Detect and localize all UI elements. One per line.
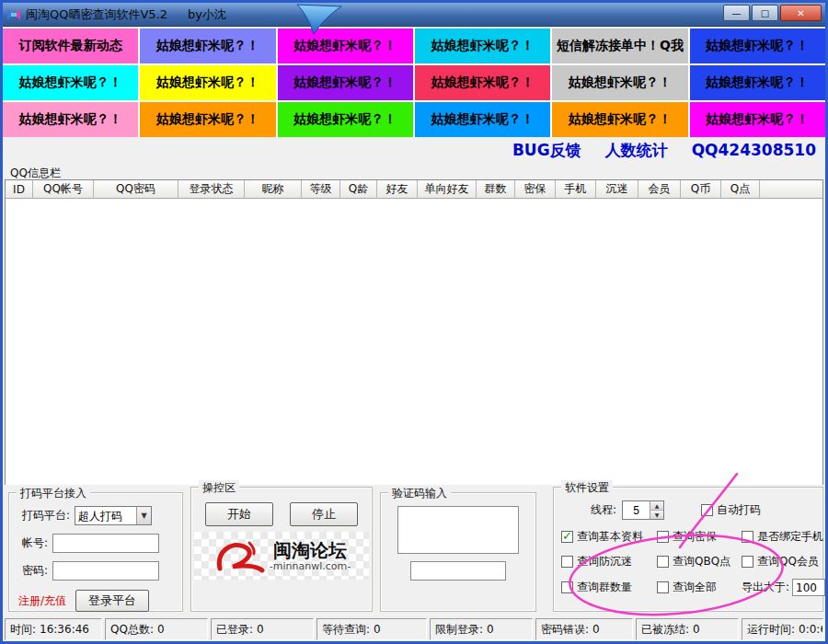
col-q-age[interactable]: Q龄	[340, 180, 377, 199]
checkbox-box[interactable]	[561, 581, 573, 593]
checkbox-box[interactable]	[657, 581, 669, 593]
ad-banner[interactable]: 姑娘想虾米呢？！	[552, 65, 687, 100]
password-input[interactable]	[52, 561, 159, 581]
auto-code-checkbox[interactable]: 自动打码	[701, 502, 761, 518]
start-button[interactable]: 开始	[205, 502, 273, 526]
col-id[interactable]: ID	[6, 180, 33, 199]
coder-platform-value: 超人打码	[75, 507, 136, 524]
ad-banner[interactable]: 姑娘想虾米呢？！	[140, 29, 275, 63]
close-button[interactable]: ✕	[780, 5, 822, 21]
thread-label: 线程:	[591, 502, 616, 518]
ad-banner[interactable]: 姑娘想虾米呢？！	[278, 65, 413, 100]
forum-watermark: 闽淘论坛 -minnanwl.com-	[194, 532, 369, 580]
spin-down-icon[interactable]: ▼	[650, 511, 663, 519]
ad-banner[interactable]: 姑娘想虾米呢？！	[278, 29, 413, 63]
table-body-empty[interactable]	[6, 199, 822, 485]
spinner-arrows: ▲ ▼	[650, 501, 663, 519]
coder-platform-title: 打码平台接入	[17, 486, 90, 501]
qq-contact-link[interactable]: QQ424308510	[692, 141, 816, 159]
ad-banner[interactable]: 姑娘想虾米呢？！	[690, 102, 825, 137]
checkbox-label: 查询全部	[673, 580, 717, 595]
ad-banner[interactable]: 姑娘想虾米呢？！	[140, 102, 275, 137]
col-groups[interactable]: 群数	[477, 180, 515, 199]
spin-up-icon[interactable]: ▲	[650, 501, 663, 511]
captcha-input[interactable]	[410, 561, 506, 581]
table-header-row: ID QQ帐号 QQ密码 登录状态 昵称 等级 Q龄 好友 单向好友 群数 密保…	[6, 180, 822, 199]
status-qq-total: QQ总数:0	[105, 618, 208, 640]
ad-banner[interactable]: 姑娘想虾米呢？！	[3, 65, 138, 100]
ad-banner[interactable]: 姑娘想虾米呢？！	[415, 102, 550, 137]
title-bar[interactable]: 闽淘QQ晒密查询软件V5.2 by小沈 — □ ✕	[3, 3, 825, 27]
checkbox-group-count[interactable]: 查询群数量	[561, 579, 657, 596]
account-input[interactable]	[52, 534, 159, 553]
checkbox-query-security[interactable]: 查询密保	[657, 529, 742, 545]
status-frozen: 已被冻结:0	[636, 618, 739, 640]
col-qq-password[interactable]: QQ密码	[94, 180, 178, 199]
col-level[interactable]: 等级	[302, 180, 340, 199]
maximize-button[interactable]: □	[752, 5, 778, 21]
col-addiction[interactable]: 沉迷	[596, 180, 638, 199]
col-nickname[interactable]: 昵称	[245, 180, 302, 199]
checkbox-box[interactable]	[742, 556, 753, 568]
col-friends[interactable]: 好友	[377, 180, 418, 199]
ad-banner[interactable]: 姑娘想虾米呢？！	[415, 65, 550, 100]
minimize-button[interactable]: —	[723, 5, 750, 21]
ad-banner[interactable]: 姑娘想虾米呢？！	[415, 29, 550, 63]
checkbox-box[interactable]	[657, 531, 669, 543]
checkbox-label: 查询QBQ点	[673, 554, 730, 569]
thread-value-input[interactable]	[623, 501, 650, 519]
ad-banner[interactable]: 姑娘想虾米呢？！	[552, 102, 687, 137]
settings-checkbox-grid: 查询基本资料 查询密保 是否绑定手机 查询防沉迷 查询QBQ点	[554, 529, 822, 596]
ad-banner[interactable]: 姑娘想虾米呢？！	[690, 29, 825, 63]
checkbox-label: 查询QQ会员	[757, 554, 819, 569]
checkbox-phone-bound[interactable]: 是否绑定手机	[742, 529, 828, 545]
window-title: 闽淘QQ晒密查询软件V5.2	[26, 6, 167, 23]
qq-info-caption: QQ信息栏	[3, 163, 825, 179]
people-count-link[interactable]: 人数统计	[605, 140, 668, 161]
col-oneway-friends[interactable]: 单向好友	[418, 180, 477, 199]
status-wrong-password: 密码错误:0	[535, 618, 633, 640]
col-q-point[interactable]: Q点	[721, 180, 760, 199]
ad-banner[interactable]: 姑娘想虾米呢？！	[278, 102, 413, 137]
auto-code-checkbox-box[interactable]	[701, 504, 713, 516]
col-security[interactable]: 密保	[515, 180, 556, 199]
checkbox-box[interactable]	[561, 556, 573, 568]
control-groupbox: 操控区 开始 停止 闽淘论坛 -minnanwl.com-	[190, 487, 373, 612]
checkbox-query-all[interactable]: 查询全部	[657, 579, 742, 596]
bug-feedback-link[interactable]: BUG反馈	[512, 140, 581, 161]
platform-label: 打码平台:	[22, 508, 70, 523]
ad-banner-sms[interactable]: 短信解冻接单中！Q我	[552, 29, 687, 63]
app-icon	[6, 7, 21, 22]
coder-platform-groupbox: 打码平台接入 打码平台: 超人打码 ▼ 帐号: 密码: 注册/充值 登录平台	[8, 492, 183, 612]
banner-ad-grid: 订阅软件最新动态 姑娘想虾米呢？！ 姑娘想虾米呢？！ 姑娘想虾米呢？！ 短信解冻…	[3, 29, 825, 137]
checkbox-box[interactable]	[657, 556, 669, 568]
register-recharge-link[interactable]: 注册/充值	[18, 593, 66, 609]
ad-banner[interactable]: 姑娘想虾米呢？！	[690, 65, 825, 100]
login-platform-button[interactable]: 登录平台	[75, 590, 149, 612]
checkbox-label: 是否绑定手机	[757, 529, 823, 545]
window-controls: — □ ✕	[723, 3, 822, 26]
checkbox-box[interactable]	[561, 531, 573, 543]
export-threshold-input[interactable]	[792, 579, 825, 596]
checkbox-query-basic[interactable]: 查询基本资料	[561, 529, 657, 545]
ad-banner[interactable]: 姑娘想虾米呢？！	[140, 65, 275, 100]
col-login-status[interactable]: 登录状态	[178, 180, 245, 199]
stop-button[interactable]: 停止	[290, 502, 358, 526]
ad-banner[interactable]: 姑娘想虾米呢？！	[3, 102, 138, 137]
checkbox-label: 查询密保	[673, 529, 717, 545]
ad-banner-subscribe[interactable]: 订阅软件最新动态	[3, 29, 138, 63]
col-phone[interactable]: 手机	[556, 180, 596, 199]
checkbox-qq-vip[interactable]: 查询QQ会员	[742, 554, 828, 569]
chevron-down-icon[interactable]: ▼	[136, 507, 151, 524]
checkbox-box[interactable]	[742, 531, 753, 543]
thread-spinner[interactable]: ▲ ▼	[622, 500, 664, 520]
checkbox-qb-qpoint[interactable]: 查询QBQ点	[657, 554, 742, 569]
coder-platform-select[interactable]: 超人打码 ▼	[75, 506, 152, 525]
auto-code-label: 自动打码	[717, 502, 761, 518]
checkbox-label: 查询基本资料	[577, 529, 643, 545]
checkbox-anti-addiction[interactable]: 查询防沉迷	[561, 554, 657, 569]
col-q-coin[interactable]: Q币	[681, 180, 721, 199]
col-qq-account[interactable]: QQ帐号	[33, 180, 94, 199]
col-vip[interactable]: 会员	[638, 180, 681, 199]
col-filler	[760, 180, 822, 199]
